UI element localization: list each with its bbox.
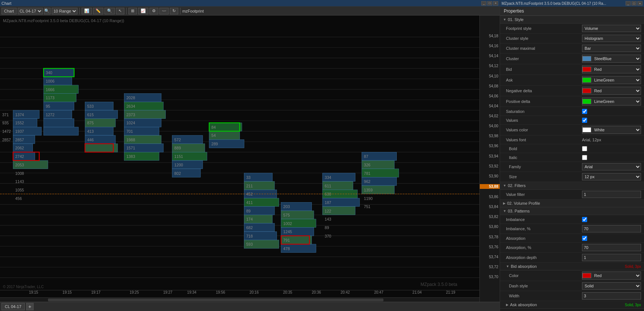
value-filter-input[interactable]: [582, 191, 641, 198]
minimize-btn[interactable]: _: [481, 1, 486, 6]
section-filters[interactable]: ▼ 02. Filters: [500, 182, 644, 190]
italic-control[interactable]: [582, 155, 641, 160]
bid-color-select[interactable]: Red: [593, 66, 641, 73]
section-filters-triangle: ▼: [503, 184, 506, 187]
dash-style-select[interactable]: Solid: [582, 282, 641, 290]
section-volume-profile[interactable]: ▶ 02. Volume Profile: [500, 200, 644, 207]
absorption-control[interactable]: [582, 236, 641, 241]
width-control[interactable]: [582, 292, 641, 300]
svg-text:1472: 1472: [2, 129, 11, 134]
strategy-btn[interactable]: ⚙: [149, 8, 158, 14]
bid-absorption-color-control[interactable]: Red: [582, 272, 641, 280]
positive-delta-select[interactable]: LimeGreen: [593, 98, 641, 105]
values-color-control[interactable]: White: [582, 126, 641, 134]
values-control[interactable]: [582, 118, 641, 123]
tab-cl-0417[interactable]: CL 04-17: [1, 303, 25, 310]
bid-color-control[interactable]: Red: [582, 65, 641, 73]
pencil-btn[interactable]: ✏️: [93, 8, 103, 14]
prop-cluster-color: Cluster SteelBlue: [500, 53, 644, 64]
bold-control[interactable]: [582, 146, 641, 151]
size-control[interactable]: 12 px: [582, 173, 641, 180]
wave-btn[interactable]: 〰: [159, 8, 169, 14]
cluster-style-control[interactable]: Histogram: [582, 35, 641, 42]
section-style[interactable]: ▼ 01. Style: [500, 16, 644, 24]
time-label-1: 19:15: [29, 290, 38, 294]
family-select[interactable]: Arial: [582, 163, 641, 170]
bar-chart-btn[interactable]: 📊: [82, 8, 92, 14]
chart-button[interactable]: Chart: [1, 8, 17, 14]
time-axis: 19:15 19:15 19:17 19:25 19:27 19:34 19:5…: [0, 290, 479, 297]
absorption-depth-input[interactable]: [582, 254, 641, 261]
values-checkbox[interactable]: [582, 118, 587, 123]
price-current: 53,88: [480, 184, 500, 189]
prop-minimize-btn[interactable]: _: [626, 1, 631, 6]
footprint-style-control[interactable]: Volume: [582, 25, 641, 32]
width-input[interactable]: [582, 292, 641, 300]
range-select[interactable]: 10 Range: [52, 8, 78, 14]
size-select[interactable]: 12 px: [582, 173, 641, 180]
prop-maximize-btn[interactable]: □: [631, 1, 637, 6]
close-btn[interactable]: ×: [493, 1, 498, 6]
prop-bid-color: Bid Red: [500, 64, 644, 75]
price-53-94: 53,94: [480, 154, 500, 158]
family-control[interactable]: Arial: [582, 163, 641, 170]
cursor-btn[interactable]: ↖: [116, 8, 124, 14]
svg-text:95: 95: [46, 104, 50, 108]
refresh-btn[interactable]: ↻: [170, 8, 178, 14]
svg-text:791: 791: [283, 238, 290, 242]
section-style-triangle: ▼: [503, 18, 506, 21]
absorption-pct-control[interactable]: [582, 244, 641, 251]
properties-title: Properties: [500, 7, 644, 16]
price-54-16: 54,16: [480, 44, 500, 48]
negative-delta-control[interactable]: Red: [582, 87, 641, 95]
bid-absorption-color-label: Color: [509, 273, 582, 278]
price-53-76: 53,76: [480, 245, 500, 249]
dash-style-control[interactable]: Solid: [582, 282, 641, 290]
cluster-maximal-control[interactable]: Bar: [582, 45, 641, 52]
search-btn[interactable]: 🔍: [44, 8, 51, 14]
saturation-checkbox[interactable]: [582, 109, 587, 114]
prop-positive-delta: Positive delta LimeGreen: [500, 96, 644, 107]
cluster-style-select[interactable]: Histogram: [582, 35, 641, 42]
bid-absorption-color-select[interactable]: Red: [593, 272, 641, 279]
absorption-depth-control[interactable]: [582, 254, 641, 261]
tab-add-button[interactable]: +: [26, 303, 34, 310]
table-btn[interactable]: ⊞: [128, 8, 137, 14]
chart-subtitle: MZpack.NT8.mzFootprint 3.5.0 beta DEBUG(…: [3, 18, 124, 23]
imbalance-checkbox[interactable]: [582, 217, 587, 222]
imbalance-pct-control[interactable]: [582, 225, 641, 232]
values-color-select[interactable]: White: [593, 126, 641, 134]
italic-checkbox[interactable]: [582, 155, 587, 160]
horizontal-scrollbar[interactable]: [0, 297, 479, 302]
cluster-maximal-select[interactable]: Bar: [582, 45, 641, 52]
footprint-style-select[interactable]: Volume: [582, 25, 641, 32]
ask-color-select[interactable]: LimeGreen: [593, 76, 641, 84]
copyright: © 2017 NinjaTrader, LLC: [3, 285, 44, 289]
maximize-btn[interactable]: □: [487, 1, 492, 6]
cluster-color-control[interactable]: SteelBlue: [582, 55, 641, 63]
absorption-checkbox[interactable]: [582, 236, 587, 241]
section-ask-absorption[interactable]: ▶ Ask absorption Solid, 3px: [500, 301, 644, 309]
svg-text:593: 593: [246, 243, 253, 247]
zoom-btn[interactable]: 🔍: [104, 8, 115, 14]
prop-absorption: Absorption: [500, 234, 644, 243]
imbalance-control[interactable]: [582, 217, 641, 222]
bold-checkbox[interactable]: [582, 146, 587, 151]
svg-text:1988: 1988: [126, 138, 135, 142]
saturation-control[interactable]: [582, 109, 641, 114]
negative-delta-select[interactable]: Red: [593, 87, 641, 94]
absorption-pct-input[interactable]: [582, 244, 641, 251]
cluster-color-select[interactable]: SteelBlue: [593, 55, 641, 62]
prop-close-btn[interactable]: ×: [637, 1, 643, 6]
instrument-select[interactable]: CL 04-17: [18, 8, 43, 14]
positive-delta-control[interactable]: LimeGreen: [582, 97, 641, 106]
section-bid-absorption[interactable]: ▼ Bid absorption Solid, 3px: [500, 263, 644, 270]
svg-text:174: 174: [246, 218, 253, 222]
price-54-02: 54,02: [480, 114, 500, 118]
ask-color-control[interactable]: LimeGreen: [582, 76, 641, 84]
value-filter-control[interactable]: [582, 191, 641, 198]
chart-area[interactable]: MZpack.NT8.mzFootprint 3.5.0 beta DEBUG(…: [0, 15, 479, 302]
indicator-btn[interactable]: 📈: [138, 8, 148, 14]
section-patterns[interactable]: ▼ 03. Patterns: [500, 207, 644, 215]
imbalance-pct-input[interactable]: [582, 225, 641, 232]
